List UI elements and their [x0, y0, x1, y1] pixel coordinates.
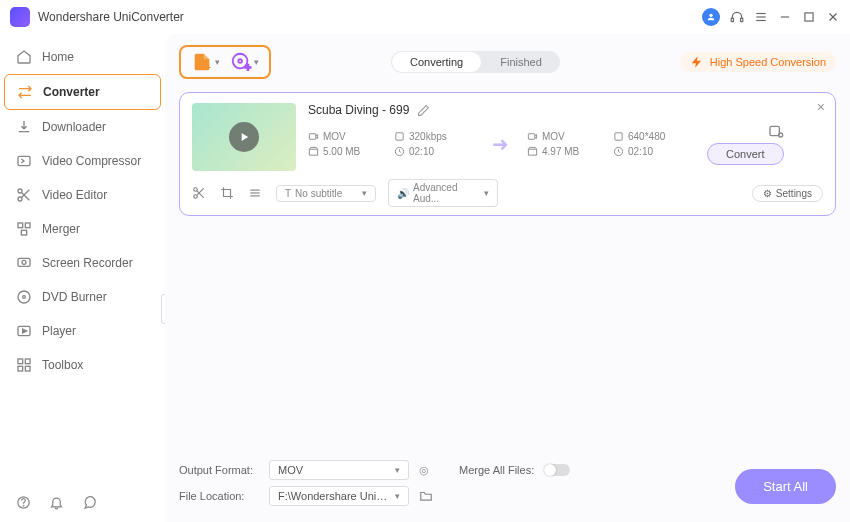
svg-rect-41 [770, 126, 779, 135]
svg-rect-15 [18, 223, 23, 228]
svg-text:+: + [205, 61, 211, 73]
gear-icon: ⚙ [763, 188, 772, 199]
svg-rect-2 [741, 18, 743, 22]
svg-point-32 [238, 59, 242, 63]
tab-finished[interactable]: Finished [482, 51, 560, 73]
svg-rect-26 [18, 366, 23, 371]
output-settings-icon[interactable] [768, 123, 784, 139]
svg-point-20 [18, 291, 30, 303]
add-controls: +▾ +▾ [179, 45, 271, 79]
file-location-select[interactable]: F:\Wondershare UniConverter▾ [269, 486, 409, 506]
remove-file-icon[interactable]: × [817, 99, 825, 115]
svg-text:+: + [245, 61, 251, 73]
sidebar-item-downloader[interactable]: Downloader [4, 110, 161, 144]
minimize-icon[interactable] [778, 10, 792, 24]
video-thumbnail[interactable] [192, 103, 296, 171]
grid-icon [16, 357, 32, 373]
sidebar-item-home[interactable]: Home [4, 40, 161, 74]
help-icon[interactable] [16, 495, 31, 510]
target-icon[interactable]: ◎ [419, 464, 429, 477]
sidebar-item-dvd[interactable]: DVD Burner [4, 280, 161, 314]
sidebar-item-label: DVD Burner [42, 290, 107, 304]
svg-point-12 [18, 197, 22, 201]
dst-duration: 02:10 [613, 146, 693, 157]
sidebar-item-label: Player [42, 324, 76, 338]
play-icon [229, 122, 259, 152]
svg-point-29 [23, 505, 24, 506]
dst-resolution: 640*480 [613, 131, 693, 142]
src-size: 5.00 MB [308, 146, 388, 157]
menu-icon[interactable] [754, 10, 768, 24]
maximize-icon[interactable] [802, 10, 816, 24]
high-speed-label: High Speed Conversion [710, 56, 826, 68]
settings-button[interactable]: ⚙Settings [752, 185, 823, 202]
dst-format: MOV [527, 131, 607, 142]
edit-title-icon[interactable] [417, 104, 430, 117]
svg-rect-35 [309, 134, 315, 140]
chevron-down-icon: ▾ [484, 188, 489, 198]
src-bitrate: 320kbps [394, 131, 474, 142]
sidebar-item-label: Toolbox [42, 358, 83, 372]
sidebar-item-merger[interactable]: Merger [4, 212, 161, 246]
svg-point-19 [22, 260, 26, 264]
convert-button[interactable]: Convert [707, 143, 784, 165]
file-title: Scuba Diving - 699 [308, 103, 409, 117]
converter-icon [17, 84, 33, 100]
sidebar-item-editor[interactable]: Video Editor [4, 178, 161, 212]
audio-select[interactable]: 🔊Advanced Aud...▾ [388, 179, 498, 207]
sidebar-item-label: Downloader [42, 120, 106, 134]
feedback-icon[interactable] [82, 495, 97, 510]
effects-icon[interactable] [248, 186, 264, 200]
output-format-select[interactable]: MOV▾ [269, 460, 409, 480]
sidebar: Home Converter Downloader Video Compress… [0, 34, 165, 522]
svg-rect-1 [731, 18, 733, 22]
sidebar-item-player[interactable]: Player [4, 314, 161, 348]
chevron-down-icon: ▾ [254, 57, 259, 67]
sidebar-item-label: Screen Recorder [42, 256, 133, 270]
svg-rect-25 [25, 359, 30, 364]
sidebar-item-toolbox[interactable]: Toolbox [4, 348, 161, 382]
app-logo [10, 7, 30, 27]
sidebar-item-recorder[interactable]: Screen Recorder [4, 246, 161, 280]
svg-point-21 [23, 296, 26, 299]
crop-icon[interactable] [220, 186, 236, 200]
src-duration: 02:10 [394, 146, 474, 157]
file-location-label: File Location: [179, 490, 259, 502]
user-avatar-icon[interactable] [702, 8, 720, 26]
disc-icon [16, 289, 32, 305]
download-icon [16, 119, 32, 135]
home-icon [16, 49, 32, 65]
svg-rect-39 [615, 133, 622, 140]
subtitle-select[interactable]: TNo subtitle▾ [276, 185, 376, 202]
svg-point-44 [194, 195, 198, 199]
headset-icon[interactable] [730, 10, 744, 24]
chevron-down-icon: ▾ [395, 465, 400, 475]
close-icon[interactable] [826, 10, 840, 24]
sidebar-item-label: Converter [43, 85, 100, 99]
folder-icon[interactable] [419, 489, 433, 503]
sidebar-item-label: Video Editor [42, 188, 107, 202]
trim-icon[interactable] [192, 186, 208, 200]
svg-rect-16 [25, 223, 30, 228]
add-dvd-button[interactable]: +▾ [230, 51, 259, 73]
sidebar-item-compressor[interactable]: Video Compressor [4, 144, 161, 178]
chevron-down-icon: ▾ [215, 57, 220, 67]
bell-icon[interactable] [49, 495, 64, 510]
file-card: × Scuba Diving - 699 MOV 320kbps 5.00 MB… [179, 92, 836, 216]
svg-rect-36 [396, 133, 403, 140]
record-icon [16, 255, 32, 271]
sidebar-item-converter[interactable]: Converter [4, 74, 161, 110]
svg-rect-17 [21, 230, 26, 235]
svg-rect-27 [25, 366, 30, 371]
subtitle-icon: T [285, 188, 291, 199]
start-all-button[interactable]: Start All [735, 469, 836, 504]
svg-rect-24 [18, 359, 23, 364]
add-file-button[interactable]: +▾ [191, 51, 220, 73]
merge-toggle[interactable] [544, 464, 570, 476]
high-speed-button[interactable]: High Speed Conversion [680, 52, 836, 72]
scissors-icon [16, 187, 32, 203]
svg-rect-7 [805, 13, 813, 21]
svg-point-43 [194, 188, 198, 192]
dst-size: 4.97 MB [527, 146, 607, 157]
tab-converting[interactable]: Converting [392, 52, 481, 72]
